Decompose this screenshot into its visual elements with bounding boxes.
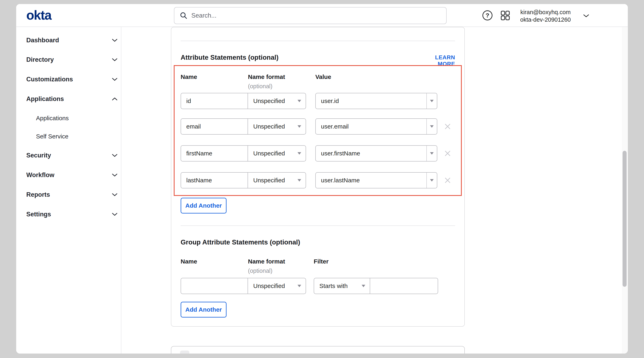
sidebar-item-dashboard[interactable]: Dashboard <box>26 34 118 47</box>
filter-value-input[interactable] <box>370 278 438 294</box>
sidebar-item-self-service[interactable]: Self Service <box>36 131 113 142</box>
filter-operator-value: Starts with <box>319 282 348 289</box>
sidebar-label: Directory <box>26 56 54 63</box>
name-format-value: Unspecified <box>253 150 285 157</box>
sidebar-item-customizations[interactable]: Customizations <box>26 73 118 86</box>
sidebar-item-security[interactable]: Security <box>26 149 118 162</box>
browser-window: okta ? kiran@boxyhq.com okta-dev-2090126… <box>16 4 628 353</box>
sidebar-item-reports[interactable]: Reports <box>26 188 118 201</box>
value-combobox[interactable] <box>315 172 437 188</box>
next-section-card <box>171 346 465 353</box>
select-caret-icon <box>298 152 301 155</box>
search-input[interactable] <box>191 12 441 19</box>
value-combobox[interactable] <box>315 145 437 162</box>
remove-x-icon <box>444 150 451 157</box>
name-format-value: Unspecified <box>253 98 285 104</box>
sidebar-item-workflow[interactable]: Workflow <box>26 169 118 181</box>
group-name-field[interactable] <box>180 278 248 294</box>
help-icon[interactable]: ? <box>482 10 493 21</box>
name-format-value: Unspecified <box>253 282 285 289</box>
attribute-name-input[interactable] <box>181 173 248 188</box>
chevron-down-icon <box>112 173 118 177</box>
name-format-select[interactable]: Unspecified <box>248 145 306 162</box>
name-format-select[interactable]: Unspecified <box>248 172 306 188</box>
sidebar-label: Workflow <box>26 171 54 179</box>
name-format-select[interactable]: Unspecified <box>248 118 306 135</box>
attribute-name-input[interactable] <box>181 93 248 109</box>
select-caret-icon <box>430 179 434 182</box>
select-caret-icon <box>430 125 434 128</box>
value-input[interactable] <box>316 119 426 134</box>
value-combobox[interactable] <box>315 118 437 135</box>
col-header-filter: Filter <box>314 258 328 265</box>
value-input[interactable] <box>316 146 426 161</box>
attribute-name-field[interactable] <box>180 93 248 109</box>
remove-row-button[interactable] <box>443 122 452 131</box>
select-caret-icon <box>298 125 301 128</box>
okta-logo[interactable]: okta <box>26 8 51 23</box>
attribute-name-input[interactable] <box>181 119 248 134</box>
sidebar-label: Reports <box>26 191 50 198</box>
remove-row-button[interactable] <box>443 176 452 185</box>
sidebar-label: Customizations <box>26 76 73 83</box>
sidebar-item-applications-sub[interactable]: Applications <box>36 112 113 124</box>
scrollbar-thumb[interactable] <box>622 151 626 287</box>
name-format-select[interactable]: Unspecified <box>248 93 306 109</box>
chevron-down-icon <box>112 193 118 196</box>
col-header-format-note: (optional) <box>248 83 272 90</box>
name-format-value: Unspecified <box>253 123 285 130</box>
svg-text:?: ? <box>486 12 489 19</box>
chevron-up-icon <box>112 97 118 101</box>
col-header-format-note: (optional) <box>248 267 272 274</box>
sidebar-item-applications[interactable]: Applications <box>26 93 118 105</box>
app-launcher-grid-icon[interactable] <box>500 10 511 21</box>
combobox-caret-button[interactable] <box>426 119 437 134</box>
select-caret-icon <box>298 179 301 182</box>
select-caret-icon <box>362 285 365 287</box>
top-bar: okta ? kiran@boxyhq.com okta-dev-2090126… <box>16 4 628 27</box>
global-search[interactable] <box>174 7 446 24</box>
value-input[interactable] <box>316 173 426 188</box>
combobox-caret-button[interactable] <box>426 146 437 161</box>
select-caret-icon <box>430 152 434 155</box>
sidebar-divider <box>121 27 121 353</box>
select-caret-icon <box>298 285 301 287</box>
col-header-name: Name <box>180 258 197 265</box>
next-section-placeholder <box>180 350 189 353</box>
remove-x-icon <box>444 123 451 130</box>
section-divider <box>180 225 455 226</box>
filter-value-field[interactable] <box>370 278 438 294</box>
section-divider <box>180 41 455 41</box>
group-attribute-statements-title: Group Attribute Statements (optional) <box>180 238 300 246</box>
sidebar-sublabel: Self Service <box>36 133 68 140</box>
attribute-name-input[interactable] <box>181 146 248 161</box>
col-header-format: Name format <box>248 74 285 80</box>
attribute-row: Unspecified <box>180 93 468 109</box>
filter-operator-select[interactable]: Starts with <box>314 278 370 294</box>
sidebar-label: Applications <box>26 95 64 103</box>
combobox-caret-button[interactable] <box>426 173 437 188</box>
sidebar-item-settings[interactable]: Settings <box>26 208 118 221</box>
sidebar-label: Security <box>26 152 51 159</box>
group-name-format-select[interactable]: Unspecified <box>248 278 306 294</box>
attribute-name-field[interactable] <box>180 118 248 135</box>
group-name-input[interactable] <box>181 278 248 294</box>
add-another-attribute-button[interactable]: Add Another <box>180 198 226 213</box>
attribute-name-field[interactable] <box>180 145 248 162</box>
value-combobox[interactable] <box>315 93 437 109</box>
col-header-format: Name format <box>248 258 285 265</box>
sidebar-item-directory[interactable]: Directory <box>26 54 118 66</box>
col-header-name: Name <box>180 74 197 80</box>
account-menu[interactable]: kiran@boxyhq.com okta-dev-20901260 <box>514 9 577 24</box>
attribute-name-field[interactable] <box>180 172 248 188</box>
col-header-value: Value <box>315 74 331 80</box>
combobox-caret-button[interactable] <box>426 93 437 109</box>
add-another-group-attribute-button[interactable]: Add Another <box>180 302 226 317</box>
search-icon <box>180 12 188 20</box>
group-attribute-row: Unspecified Starts with <box>180 278 468 294</box>
value-input[interactable] <box>316 93 426 109</box>
account-chevron-down-icon[interactable] <box>582 13 590 18</box>
name-format-value: Unspecified <box>253 177 285 184</box>
remove-row-button[interactable] <box>443 149 452 158</box>
attribute-row: Unspecified <box>180 118 468 135</box>
